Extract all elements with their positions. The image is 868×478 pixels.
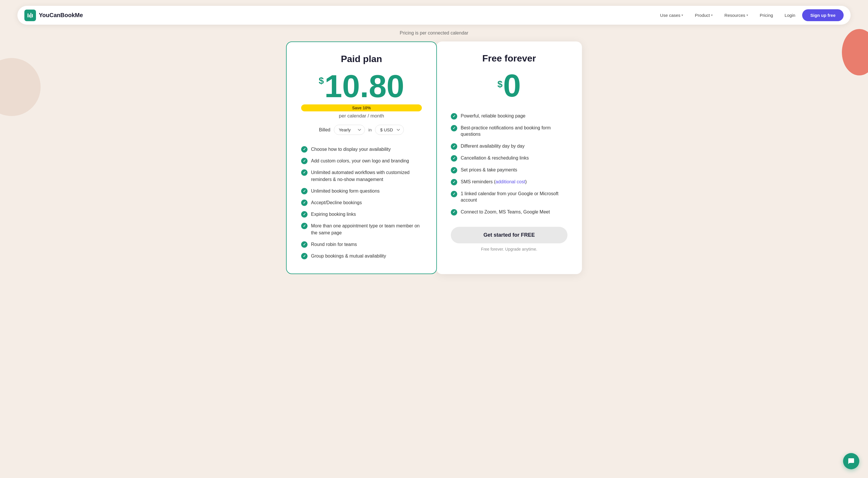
- billing-row: Billed Yearly Monthly in $ USD € EUR £ G…: [301, 125, 422, 135]
- list-item: Unlimited booking form questions: [301, 185, 422, 197]
- navbar: YouCanBookMe Use cases ▾ Product ▾ Resou…: [18, 6, 850, 25]
- free-price-value: 0: [503, 70, 521, 101]
- billing-label: Billed: [319, 127, 331, 132]
- nav-items: Use cases ▾ Product ▾ Resources ▾ Pricin…: [655, 9, 844, 21]
- paid-plan-card: Paid plan $ 10.80 Save 10% per calendar …: [286, 41, 437, 274]
- check-icon: [451, 125, 457, 131]
- in-label: in: [368, 127, 372, 132]
- nav-pricing[interactable]: Pricing: [755, 10, 778, 20]
- free-feature-list: Powerful, reliable booking page Best-pra…: [451, 110, 567, 218]
- nav-login[interactable]: Login: [780, 10, 800, 20]
- check-icon: [451, 155, 457, 162]
- logo-icon: [24, 9, 36, 21]
- check-icon: [301, 188, 308, 194]
- logo[interactable]: YouCanBookMe: [24, 9, 83, 21]
- get-started-button[interactable]: Get started for FREE: [451, 227, 567, 243]
- list-item: SMS reminders (additional cost): [451, 176, 567, 188]
- nav-resources[interactable]: Resources ▾: [720, 10, 753, 20]
- list-item: Set prices & take payments: [451, 164, 567, 176]
- logo-text: YouCanBookMe: [39, 12, 83, 19]
- check-icon: [301, 211, 308, 218]
- check-icon: [451, 143, 457, 150]
- nav-product[interactable]: Product ▾: [690, 10, 717, 20]
- list-item: Add custom colors, your own logo and bra…: [301, 155, 422, 167]
- paid-price-display: $ 10.80: [301, 70, 422, 102]
- list-item: Choose how to display your availability: [301, 144, 422, 155]
- check-icon: [301, 158, 308, 164]
- check-icon: [301, 169, 308, 176]
- check-icon: [451, 191, 457, 197]
- check-icon: [451, 179, 457, 185]
- save-badge-wrapper: Save 10%: [301, 104, 422, 111]
- per-calendar-text: per calendar / month: [301, 113, 422, 119]
- bg-shape-right: [842, 29, 868, 75]
- check-icon: [301, 199, 308, 206]
- check-icon: [451, 113, 457, 120]
- chat-icon: [847, 457, 855, 465]
- chevron-down-icon: ▾: [746, 13, 748, 17]
- paid-price-value: 10.80: [324, 70, 404, 102]
- nav-use-cases[interactable]: Use cases ▾: [655, 10, 688, 20]
- paid-feature-list: Choose how to display your availability …: [301, 144, 422, 262]
- list-item: Powerful, reliable booking page: [451, 110, 567, 122]
- top-pricing-text: Pricing is per connected calendar: [0, 30, 868, 36]
- list-item: More than one appointment type or team m…: [301, 220, 422, 239]
- list-item: Unlimited automated workflows with custo…: [301, 167, 422, 185]
- svg-rect-1: [29, 14, 30, 18]
- save-badge: Save 10%: [301, 104, 422, 111]
- pricing-cards: Paid plan $ 10.80 Save 10% per calendar …: [274, 41, 594, 274]
- check-icon: [451, 209, 457, 216]
- bg-shape-left: [0, 58, 41, 116]
- free-plan-card: Free forever $ 0 Powerful, reliable book…: [436, 41, 582, 274]
- list-item: Cancellation & rescheduling links: [451, 152, 567, 164]
- free-price-display: $ 0: [451, 70, 567, 101]
- free-plan-title: Free forever: [451, 53, 567, 64]
- check-icon: [301, 253, 308, 259]
- check-icon: [301, 146, 308, 153]
- check-icon: [301, 223, 308, 229]
- chat-button[interactable]: [843, 453, 859, 469]
- list-item: Connect to Zoom, MS Teams, Google Meet: [451, 206, 567, 218]
- svg-rect-2: [30, 13, 31, 18]
- list-item: 1 linked calendar from your Google or Mi…: [451, 188, 567, 206]
- list-item: Accept/Decline bookings: [301, 197, 422, 209]
- chevron-down-icon: ▾: [711, 13, 713, 17]
- svg-rect-3: [32, 14, 33, 18]
- sms-additional-cost-link[interactable]: additional cost: [496, 179, 525, 184]
- free-forever-text: Free forever. Upgrade anytime.: [451, 247, 567, 252]
- list-item: Best-practice notifications and booking …: [451, 122, 567, 140]
- list-item: Group bookings & mutual availability: [301, 250, 422, 262]
- list-item: Round robin for teams: [301, 239, 422, 250]
- currency-select[interactable]: $ USD € EUR £ GBP: [375, 125, 404, 135]
- svg-rect-0: [28, 13, 28, 18]
- paid-plan-title: Paid plan: [301, 54, 422, 64]
- list-item: Different availability day by day: [451, 140, 567, 152]
- free-dollar-sign: $: [498, 79, 503, 90]
- billing-period-select[interactable]: Yearly Monthly: [334, 125, 365, 135]
- paid-dollar-sign: $: [318, 75, 324, 86]
- check-icon: [451, 167, 457, 173]
- chevron-down-icon: ▾: [681, 13, 683, 17]
- list-item: Expiring booking links: [301, 209, 422, 220]
- check-icon: [301, 241, 308, 248]
- signup-button[interactable]: Sign up free: [802, 9, 844, 21]
